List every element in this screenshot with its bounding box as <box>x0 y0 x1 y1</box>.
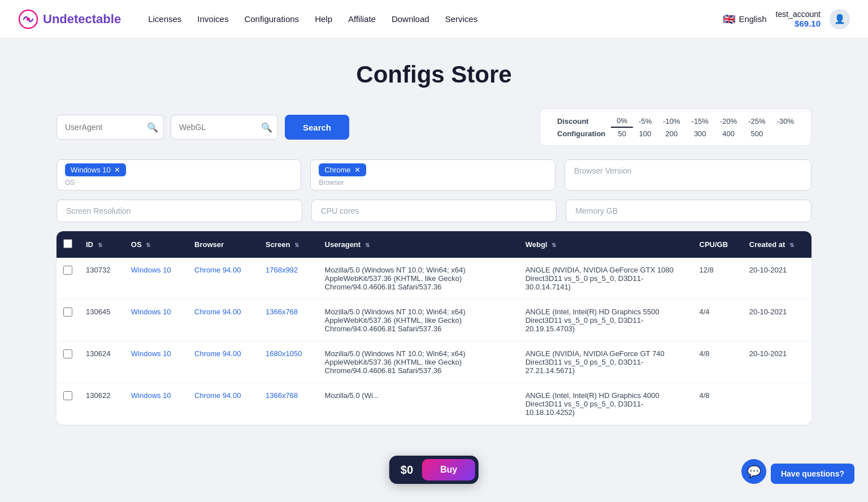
row-webgl: ANGLE (NVIDIA, NVIDIA GeForce GTX 1080 D… <box>519 258 693 300</box>
os-sort-icon[interactable]: ⇅ <box>146 242 150 248</box>
row-os: Windows 10 <box>124 300 188 341</box>
table-row: 130732 Windows 10 Chrome 94.00 1768x992 … <box>57 258 811 300</box>
row-created-at <box>743 383 811 425</box>
row-browser: Chrome 94.00 <box>188 341 259 383</box>
useragent-sort-icon[interactable]: ⇅ <box>365 242 370 248</box>
configs-table: ID ⇅ OS ⇅ Browser Screen ⇅ Useragent ⇅ W… <box>57 231 811 425</box>
row-os-link[interactable]: Windows 10 <box>131 266 171 274</box>
nav-affiliate[interactable]: Affiliate <box>348 14 376 24</box>
webgl-search-icon: 🔍 <box>261 122 272 133</box>
table-header: ID ⇅ OS ⇅ Browser Screen ⇅ Useragent ⇅ W… <box>57 231 811 258</box>
nav-links: Licenses Invoices Configurations Help Af… <box>148 14 723 24</box>
row-screen-link[interactable]: 1366x768 <box>266 308 298 316</box>
row-screen-link[interactable]: 1680x1050 <box>266 349 302 358</box>
filter-screen-resolution[interactable]: Screen Resolution <box>57 200 302 222</box>
header-browser: Browser <box>188 231 259 258</box>
buy-button[interactable]: Buy <box>422 459 475 481</box>
have-questions-button[interactable]: Have questions? <box>771 464 854 484</box>
nav-invoices[interactable]: Invoices <box>197 14 228 24</box>
discount-label: Discount <box>557 117 589 126</box>
discount-10: -10% <box>657 115 685 127</box>
row-os-link[interactable]: Windows 10 <box>131 308 171 316</box>
account-name: test_account <box>776 10 821 19</box>
search-row: 🔍 🔍 Search Discount 0% -5% -10% -15% -20… <box>57 109 811 146</box>
screen-sort-icon[interactable]: ⇅ <box>294 242 299 248</box>
row-cpu-gb: 4/4 <box>693 300 743 341</box>
row-checkbox-1[interactable] <box>63 308 72 317</box>
avatar[interactable]: 👤 <box>830 9 850 29</box>
flag-icon: 🇬🇧 <box>723 13 735 25</box>
filter-browser[interactable]: Chrome ✕ Browser <box>310 159 555 191</box>
table-row: 130622 Windows 10 Chrome 94.00 1366x768 … <box>57 383 811 425</box>
brand-logo[interactable]: Undetectable <box>18 9 121 29</box>
row-cpu-gb: 12/8 <box>693 258 743 300</box>
screen-resolution-placeholder: Screen Resolution <box>66 206 131 215</box>
table-body: 130732 Windows 10 Chrome 94.00 1768x992 … <box>57 258 811 425</box>
row-webgl: ANGLE (Intel, Intel(R) HD Graphics 4000 … <box>519 383 693 425</box>
row-os-link[interactable]: Windows 10 <box>131 349 171 358</box>
row-browser-link[interactable]: Chrome 94.00 <box>194 308 241 316</box>
language-label: English <box>739 14 766 24</box>
created-sort-icon[interactable]: ⇅ <box>789 242 794 248</box>
search-button[interactable]: Search <box>285 115 349 140</box>
nav-licenses[interactable]: Licenses <box>148 14 181 24</box>
row-webgl: ANGLE (Intel, Intel(R) HD Graphics 5500 … <box>519 300 693 341</box>
header-os: OS ⇅ <box>124 231 188 258</box>
row-browser: Chrome 94.00 <box>188 258 259 300</box>
row-screen: 1768x992 <box>259 258 318 300</box>
row-browser: Chrome 94.00 <box>188 383 259 425</box>
logo-icon <box>18 9 38 29</box>
discount-5: -5% <box>633 115 657 127</box>
browser-filter-label: Browser <box>319 179 546 187</box>
row-browser-link[interactable]: Chrome 94.00 <box>194 391 241 400</box>
row-browser-link[interactable]: Chrome 94.00 <box>194 266 241 274</box>
row-checkbox-0[interactable] <box>63 266 72 275</box>
webgl-search-wrap: 🔍 <box>171 115 278 140</box>
header-cpu-gb: CPU/GB <box>693 231 743 258</box>
row-os: Windows 10 <box>124 341 188 383</box>
header-webgl: Webgl ⇅ <box>519 231 693 258</box>
os-tag-label: Windows 10 <box>71 166 111 174</box>
row-checkbox-cell <box>57 383 79 425</box>
id-sort-icon[interactable]: ⇅ <box>98 242 102 248</box>
account-balance: $69.10 <box>776 19 821 28</box>
nav-services[interactable]: Services <box>445 14 478 24</box>
webgl-sort-icon[interactable]: ⇅ <box>552 242 556 248</box>
svg-point-1 <box>27 18 30 21</box>
nav-configurations[interactable]: Configurations <box>244 14 299 24</box>
filter-os[interactable]: Windows 10 ✕ OS <box>57 159 301 191</box>
configs-table-wrap: ID ⇅ OS ⇅ Browser Screen ⇅ Useragent ⇅ W… <box>57 231 811 425</box>
discount-20: -20% <box>714 115 743 127</box>
row-created-at: 20-10-2021 <box>743 300 811 341</box>
row-screen-link[interactable]: 1366x768 <box>266 391 298 400</box>
row-os-link[interactable]: Windows 10 <box>131 391 171 400</box>
discount-0: 0% <box>611 115 633 127</box>
discount-25: -25% <box>743 115 771 127</box>
row-screen-link[interactable]: 1768x992 <box>266 266 298 274</box>
config-400: 400 <box>714 127 743 140</box>
select-all-checkbox[interactable] <box>63 239 72 248</box>
discount-30: -30% <box>771 115 800 127</box>
chat-bubble-button[interactable]: 💬 <box>741 459 766 484</box>
useragent-search-icon: 🔍 <box>147 122 158 133</box>
filter-browser-version[interactable]: Browser Version <box>565 159 811 191</box>
page-title: Configs Store <box>57 61 811 88</box>
row-checkbox-3[interactable] <box>63 391 72 400</box>
table-row: 130624 Windows 10 Chrome 94.00 1680x1050… <box>57 341 811 383</box>
nav-download[interactable]: Download <box>392 14 429 24</box>
filter-cpu-cores[interactable]: CPU cores <box>311 200 557 222</box>
header-screen: Screen ⇅ <box>259 231 318 258</box>
row-browser: Chrome 94.00 <box>188 300 259 341</box>
os-tag-close[interactable]: ✕ <box>114 166 120 174</box>
language-selector[interactable]: 🇬🇧 English <box>723 13 766 25</box>
config-100: 100 <box>633 127 657 140</box>
filter-memory-gb[interactable]: Memory GB <box>566 200 811 222</box>
browser-tag-label: Chrome <box>324 166 350 174</box>
nav-help[interactable]: Help <box>315 14 332 24</box>
row-checkbox-2[interactable] <box>63 349 72 358</box>
header-created-at: Created at ⇅ <box>743 231 811 258</box>
account-info: test_account $69.10 <box>776 10 821 28</box>
row-browser-link[interactable]: Chrome 94.00 <box>194 349 241 358</box>
row-webgl: ANGLE (NVIDIA, NVIDIA GeForce GT 740 Dir… <box>519 341 693 383</box>
browser-tag-close[interactable]: ✕ <box>354 166 361 174</box>
